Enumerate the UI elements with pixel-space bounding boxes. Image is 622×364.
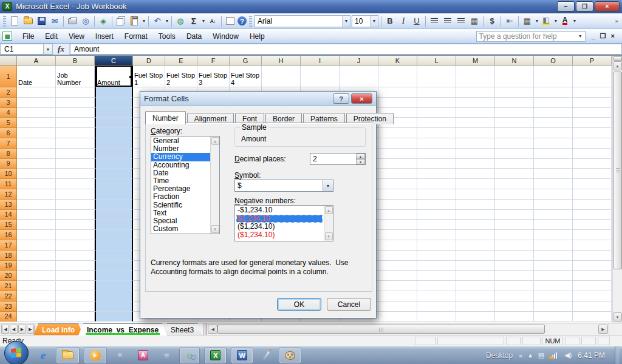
italic-button[interactable]: I — [397, 15, 409, 27]
cell-A11[interactable] — [17, 179, 56, 189]
cell-P16[interactable] — [573, 230, 612, 240]
cell-P19[interactable] — [573, 261, 612, 271]
row-header-17[interactable]: 17 — [0, 240, 17, 251]
cell-N19[interactable] — [495, 261, 534, 271]
cell-C7[interactable] — [95, 138, 133, 149]
cell-C19[interactable] — [95, 261, 133, 271]
chevron-down-icon[interactable]: ▼ — [572, 19, 577, 23]
cell-L24[interactable] — [417, 312, 456, 322]
decimal-places-input[interactable]: 2 ▲ ▼ — [310, 153, 366, 165]
cell-M19[interactable] — [456, 261, 495, 271]
cell-C21[interactable] — [95, 281, 133, 291]
cell-O10[interactable] — [534, 169, 573, 179]
chevron-down-icon[interactable]: ▼ — [165, 19, 169, 23]
cell-B20[interactable] — [56, 271, 95, 281]
restore-button[interactable]: ❐ — [576, 1, 593, 12]
cell-L1[interactable] — [417, 66, 456, 87]
cell-N21[interactable] — [495, 281, 534, 291]
cell-K13[interactable] — [378, 200, 417, 210]
cell-O16[interactable] — [534, 230, 573, 240]
toolbar-options-icon[interactable]: » — [612, 18, 621, 24]
cell-A4[interactable] — [17, 108, 56, 118]
cell-L13[interactable] — [417, 200, 456, 210]
menu-edit[interactable]: Edit — [39, 30, 63, 42]
cell-N4[interactable] — [495, 108, 534, 118]
column-header-C[interactable]: C — [95, 56, 133, 66]
cell-P2[interactable] — [573, 87, 612, 98]
cell-P5[interactable] — [573, 118, 612, 128]
cell-A10[interactable] — [17, 169, 56, 179]
cell-K1[interactable] — [378, 66, 417, 87]
action-center-icon[interactable]: ▤ — [538, 351, 544, 359]
show-hidden-icons[interactable]: ▴ — [528, 351, 532, 359]
ie-icon-button[interactable]: e — [35, 348, 51, 363]
chevron-down-icon[interactable]: ▼ — [142, 19, 146, 23]
cell-P24[interactable] — [573, 312, 612, 322]
cell-B14[interactable] — [56, 210, 95, 220]
menu-insert[interactable]: Insert — [90, 30, 119, 42]
dialog-title-bar[interactable]: Format Cells ? × — [140, 92, 376, 106]
cell-A16[interactable] — [17, 230, 56, 240]
category-item-text[interactable]: Text — [151, 209, 210, 217]
cell-M3[interactable] — [456, 98, 495, 108]
cell-N15[interactable] — [495, 220, 534, 230]
tab-number[interactable]: Number — [145, 111, 186, 124]
cell-P6[interactable] — [573, 128, 612, 138]
cell-N24[interactable] — [495, 312, 534, 322]
name-box[interactable]: C1 — [0, 44, 44, 55]
cell-P7[interactable] — [573, 138, 612, 149]
vertical-scroll-thumb[interactable] — [613, 72, 622, 269]
cell-L22[interactable] — [417, 291, 456, 302]
cell-L10[interactable] — [417, 169, 456, 179]
cell-L17[interactable] — [417, 240, 456, 251]
cell-K10[interactable] — [378, 169, 417, 179]
column-header-J[interactable]: J — [340, 56, 378, 66]
cell-O5[interactable] — [534, 118, 573, 128]
menu-help[interactable]: Help — [244, 30, 270, 42]
cell-M11[interactable] — [456, 179, 495, 189]
row-header-21[interactable]: 21 — [0, 281, 17, 291]
cell-O1[interactable] — [534, 66, 573, 87]
listbox-scrollbar[interactable]: ▲ ▼ — [210, 136, 219, 234]
cell-K23[interactable] — [378, 302, 417, 312]
cell-P9[interactable] — [573, 159, 612, 169]
tab-scroll-icon-3[interactable]: ▶ — [18, 325, 26, 334]
align-left-icon[interactable] — [428, 15, 440, 27]
cell-M5[interactable] — [456, 118, 495, 128]
negative-format-item-4[interactable]: ($1,234.10) — [236, 231, 323, 240]
cell-A1[interactable]: Date — [17, 66, 56, 87]
cell-C23[interactable] — [95, 302, 133, 312]
align-right-icon[interactable] — [455, 15, 467, 27]
align-center-icon[interactable] — [442, 15, 454, 27]
cell-P15[interactable] — [573, 220, 612, 230]
tab-scroll-icon-4[interactable]: ▶ — [27, 325, 35, 334]
cell-C22[interactable] — [95, 291, 133, 302]
cell-C20[interactable] — [95, 271, 133, 281]
column-header-B[interactable]: B — [56, 56, 95, 66]
horizontal-scrollbar[interactable]: ◀ ▶ — [207, 323, 609, 335]
cell-B3[interactable] — [56, 98, 95, 108]
scroll-down-icon[interactable]: ▼ — [613, 312, 622, 322]
toolbar-chevron-icon[interactable]: » — [519, 352, 522, 359]
cell-P3[interactable] — [573, 98, 612, 108]
cell-K15[interactable] — [378, 220, 417, 230]
cell-B6[interactable] — [56, 128, 95, 138]
cell-B9[interactable] — [56, 159, 95, 169]
cell-P8[interactable] — [573, 149, 612, 159]
menu-tools[interactable]: Tools — [153, 30, 181, 42]
chevron-down-icon[interactable]: ▼ — [578, 34, 583, 38]
column-header-N[interactable]: N — [495, 56, 534, 66]
cell-B10[interactable] — [56, 169, 95, 179]
cell-D1[interactable]: Fuel Stop 1 — [133, 66, 165, 87]
cell-B5[interactable] — [56, 118, 95, 128]
chevron-down-icon[interactable]: ▼ — [553, 19, 558, 23]
cell-N3[interactable] — [495, 98, 534, 108]
cell-P11[interactable] — [573, 179, 612, 189]
cell-A9[interactable] — [17, 159, 56, 169]
dialog-close-button[interactable]: × — [351, 93, 372, 104]
cell-C24[interactable] — [95, 312, 133, 322]
name-box-dropdown-icon[interactable]: ▼ — [44, 44, 53, 55]
cell-N6[interactable] — [495, 128, 534, 138]
fill-color-icon[interactable]: ◧ — [540, 15, 552, 27]
cell-B7[interactable] — [56, 138, 95, 149]
